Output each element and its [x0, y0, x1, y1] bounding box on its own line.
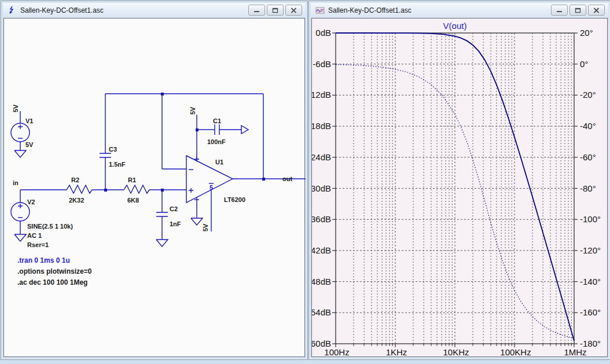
waveform-window-titlebar[interactable]: Sallen-Key-DC-Offset1.asc [311, 3, 608, 17]
y-right-tick-label: 0° [580, 59, 588, 69]
capacitor-c1[interactable]: 5V C1 100nF [189, 106, 248, 161]
close-button[interactable] [588, 5, 605, 16]
y-right-tick-label: -140° [580, 277, 601, 286]
schematic-window-title: Sallen-Key-DC-Offset1.asc [20, 6, 104, 14]
y-right-tick-label: -120° [580, 245, 601, 255]
r1-name: R1 [128, 177, 136, 183]
r2-value: 2K32 [69, 197, 84, 204]
v1-name: V1 [25, 117, 33, 124]
y-left-tick-label: -48dB [312, 277, 331, 286]
r1-value: 6K8 [127, 197, 139, 204]
u1-name: U1 [215, 159, 223, 166]
v1-rail-label: 5V [12, 104, 19, 112]
v1-value: 5V [25, 141, 34, 148]
restore-icon [575, 8, 581, 13]
schematic-drawing: 5V V1 5V in [4, 19, 306, 358]
restore-button[interactable] [267, 5, 284, 16]
y-right-tick-label: -80° [580, 183, 596, 193]
net-label-in: in [13, 179, 19, 186]
u1-value: LT6200 [224, 196, 245, 203]
y-right-tick-label: -100° [580, 214, 601, 224]
ground-symbol [191, 218, 203, 225]
close-icon [593, 8, 600, 13]
close-icon [291, 8, 297, 13]
ground-symbol [14, 150, 26, 157]
resistor-r1[interactable]: R1 6K8 [124, 177, 149, 204]
y-left-tick-label: -24dB [312, 152, 331, 162]
ground-symbol [156, 240, 168, 247]
y-right-tick-label: -60° [580, 152, 596, 162]
x-tick-label: 10KHz [443, 347, 469, 357]
schematic-doc-icon [8, 6, 17, 15]
r2-name: R2 [71, 177, 79, 183]
ltspice-mdi-area: Sallen-Key-DC-Offset1.asc 5V [0, 0, 610, 364]
schematic-window-titlebar[interactable]: Sallen-Key-DC-Offset1.asc [3, 3, 306, 17]
y-right-tick-label: 20° [580, 28, 593, 38]
y-right-tick-label: -160° [580, 307, 601, 317]
waveform-doc-icon [315, 6, 325, 15]
directive-tran[interactable]: .tran 0 1ms 0 1u [17, 256, 70, 264]
x-tick-label: 100KHz [500, 347, 531, 357]
rail-arrow-symbol [241, 126, 248, 134]
y-left-tick-label: -54dB [312, 307, 331, 317]
schematic-canvas[interactable]: 5V V1 5V in [3, 18, 305, 357]
y-left-tick-label: 0dB [315, 28, 331, 38]
y-left-tick-label: -18dB [312, 121, 331, 131]
c1-rail-label: 5V [189, 106, 196, 115]
directive-options[interactable]: .options plotwinsize=0 [17, 267, 92, 275]
c2-name: C2 [170, 205, 178, 212]
restore-button[interactable] [569, 5, 586, 16]
y-left-tick-label: -6dB [313, 59, 331, 69]
capacitor-c2[interactable]: C2 1nF [156, 190, 181, 247]
minimize-icon [253, 8, 260, 13]
waveform-window-title: Sallen-Key-DC-Offset1.asc [328, 6, 411, 14]
voltage-source-v1[interactable]: 5V V1 5V [11, 104, 34, 157]
c3-name: C3 [109, 146, 117, 153]
x-tick-label: 100Hz [324, 347, 349, 357]
u1-shdn-pin-label: 5 [210, 184, 213, 191]
x-tick-label: 1MHz [564, 347, 586, 357]
resistor-r2[interactable]: R2 2K32 [67, 177, 92, 204]
x-tick-label: 1KHz [386, 347, 407, 357]
ground-symbol [14, 234, 26, 241]
restore-icon [272, 8, 278, 13]
minimize-button[interactable] [551, 5, 568, 16]
v2-name: V2 [27, 198, 35, 205]
net-label-out: out [282, 175, 292, 182]
v2-value-ac: AC 1 [27, 232, 42, 239]
u1-shdn-rail-label: 5V [202, 223, 209, 231]
schematic-window: Sallen-Key-DC-Offset1.asc 5V [1, 1, 308, 360]
directive-ac[interactable]: .ac dec 100 100 1Meg [17, 278, 87, 286]
plot-title[interactable]: V(out) [443, 21, 467, 31]
y-right-tick-label: -20° [580, 90, 596, 100]
v2-value-sine: SINE(2.5 1 10k) [27, 223, 73, 230]
minimize-icon [556, 8, 563, 13]
opamp-u1[interactable]: 5 U1 LT6200 5V [186, 156, 245, 231]
capacitor-c3[interactable]: C3 1.5nF [100, 94, 126, 190]
y-left-tick-label: -12dB [312, 90, 331, 100]
c3-value: 1.5nF [109, 161, 126, 168]
c1-value: 100nF [207, 138, 226, 145]
y-right-tick-label: -40° [580, 121, 596, 131]
waveform-window: Sallen-Key-DC-Offset1.asc 0dB-6dB-12dB-1… [308, 1, 610, 360]
y-left-tick-label: -36dB [312, 214, 331, 224]
minimize-button[interactable] [248, 5, 265, 16]
close-button[interactable] [285, 5, 302, 16]
y-left-tick-label: -30dB [312, 183, 331, 193]
y-left-tick-label: -42dB [312, 245, 331, 255]
v2-value-rser: Rser=1 [27, 241, 49, 248]
c2-value: 1nF [170, 220, 181, 227]
c1-name: C1 [213, 117, 221, 124]
waveform-plot-pane[interactable]: 0dB-6dB-12dB-18dB-24dB-30dB-36dB-42dB-48… [311, 18, 608, 357]
bode-plot: 0dB-6dB-12dB-18dB-24dB-30dB-36dB-42dB-48… [312, 19, 607, 358]
